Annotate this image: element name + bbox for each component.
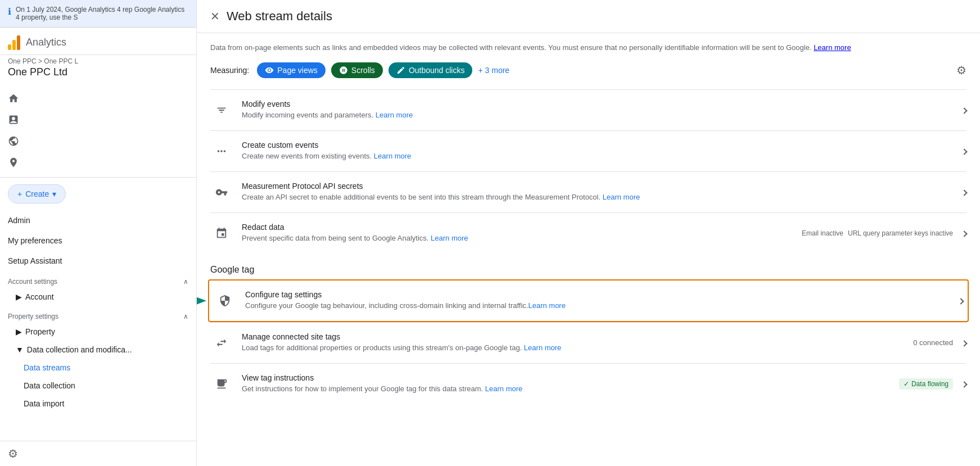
redact-data-content: Redact data Prevent specific data from b…	[242, 223, 793, 243]
more-chips-link[interactable]: + 3 more	[478, 66, 509, 75]
manage-connected-tags-title: Manage connected site tags	[242, 332, 904, 341]
create-custom-events-title: Create custom events	[242, 141, 953, 150]
view-tag-instructions-row[interactable]: View tag instructions Get instructions f…	[210, 363, 967, 404]
create-custom-events-row[interactable]: Create custom events Create new events f…	[210, 130, 967, 171]
logo-bar-2	[12, 40, 16, 50]
description-learn-more-link[interactable]: Learn more	[814, 43, 851, 52]
modify-events-learn-more[interactable]: Learn more	[376, 111, 413, 119]
measurement-protocol-arrow-icon	[962, 186, 967, 198]
svg-point-1	[218, 150, 220, 152]
measuring-gear-button[interactable]: ⚙	[956, 64, 967, 77]
explore-nav-icon[interactable]	[0, 131, 196, 151]
sidebar-item-admin[interactable]: Admin	[0, 210, 196, 230]
create-custom-events-arrow-icon	[962, 145, 967, 157]
info-icon: ℹ	[8, 6, 11, 17]
configure-tag-highlighted-container: Configure tag settings Configure your Go…	[208, 279, 969, 322]
redact-data-row[interactable]: Redact data Prevent specific data from b…	[210, 212, 967, 254]
top-banner: ℹ On 1 July 2024, Google Analytics 4 rep…	[0, 0, 196, 28]
svg-point-2	[224, 150, 226, 152]
view-tag-instructions-arrow-icon	[962, 378, 967, 390]
modify-events-row[interactable]: Modify events Modify incoming events and…	[210, 89, 967, 130]
measurement-protocol-learn-more[interactable]: Learn more	[603, 193, 640, 201]
modify-events-content: Modify events Modify incoming events and…	[242, 99, 953, 120]
advertising-nav-icon[interactable]	[0, 152, 196, 173]
account-settings-section[interactable]: Account settings ∧	[0, 271, 196, 288]
checkmark-icon: ✓	[904, 380, 909, 388]
data-import-label: Data import	[24, 399, 64, 408]
close-button[interactable]: ✕	[210, 10, 220, 23]
property-collapse-icon: ∧	[183, 313, 188, 320]
configure-tag-content: Configure tag settings Configure your Go…	[245, 290, 950, 311]
manage-connected-tags-row[interactable]: Manage connected site tags Load tags for…	[210, 322, 967, 363]
configure-tag-learn-more[interactable]: Learn more	[528, 301, 565, 310]
create-custom-events-learn-more[interactable]: Learn more	[374, 152, 411, 160]
redact-data-desc: Prevent specific data from being sent to…	[242, 233, 793, 243]
connected-count-label: 0 connected	[913, 338, 953, 347]
settings-gear-icon[interactable]: ⚙	[8, 447, 18, 460]
create-custom-events-desc: Create new events from existing events. …	[242, 151, 953, 161]
account-name: One PPC Ltd	[0, 66, 196, 84]
view-tag-instructions-desc: Get instructions for how to implement yo…	[242, 384, 890, 394]
sidebar-menu: Admin My preferences Setup Assistant Acc…	[0, 210, 196, 441]
sidebar-item-data-import[interactable]: Data import	[0, 395, 196, 413]
manage-connected-tags-content: Manage connected site tags Load tags for…	[242, 332, 904, 353]
sidebar-item-data-collection[interactable]: ▼ Data collection and modifica...	[0, 341, 196, 359]
view-tag-instructions-content: View tag instructions Get instructions f…	[242, 373, 890, 394]
chip-scrolls[interactable]: Scrolls	[331, 62, 383, 78]
logo-bar-3	[17, 35, 20, 50]
configure-tag-icon	[214, 289, 236, 312]
measuring-label: Measuring:	[210, 66, 249, 75]
sidebar-header: Analytics	[0, 28, 196, 55]
redact-data-meta: Email inactive URL query parameter keys …	[802, 229, 953, 237]
manage-connected-tags-learn-more[interactable]: Learn more	[524, 343, 561, 352]
chip-page-views[interactable]: Page views	[257, 62, 326, 78]
data-flowing-status-badge: ✓ Data flowing	[899, 378, 953, 390]
email-inactive-label: Email inactive	[802, 229, 843, 237]
manage-connected-tags-desc: Load tags for additional properties or p…	[242, 343, 904, 353]
chip-scrolls-label: Scrolls	[351, 66, 375, 75]
reports-nav-icon[interactable]	[0, 110, 196, 130]
account-settings-label: Account settings	[8, 278, 57, 286]
sidebar-item-data-streams[interactable]: Data streams	[0, 359, 196, 377]
chip-outbound-clicks[interactable]: Outbound clicks	[389, 62, 473, 78]
property-label: Property	[25, 327, 55, 336]
account-nav: One PPC > One PPC L	[0, 55, 196, 66]
sidebar-item-data-collection-sub[interactable]: Data collection	[0, 377, 196, 395]
create-button[interactable]: + Create ▾	[8, 184, 66, 203]
measurement-protocol-icon	[210, 181, 233, 203]
modal-content: Data from on-page elements such as links…	[197, 33, 980, 466]
measurement-protocol-row[interactable]: Measurement Protocol API secrets Create …	[210, 171, 967, 212]
redact-data-learn-more[interactable]: Learn more	[431, 234, 468, 242]
modify-events-desc: Modify incoming events and parameters. L…	[242, 110, 953, 120]
description-text: Data from on-page elements such as links…	[210, 42, 967, 53]
manage-connected-tags-arrow-icon	[962, 337, 967, 349]
admin-label: Admin	[8, 216, 30, 225]
sidebar-item-account[interactable]: ▶ Account	[0, 288, 196, 306]
create-dropdown-icon: ▾	[52, 189, 56, 198]
redact-data-arrow-icon	[962, 227, 967, 239]
property-settings-section[interactable]: Property settings ∧	[0, 306, 196, 323]
create-custom-events-icon	[210, 140, 233, 162]
data-collection-expand-icon: ▼	[16, 345, 24, 354]
create-plus-icon: +	[17, 189, 22, 198]
chip-page-views-label: Page views	[277, 66, 318, 75]
google-tag-section-label: Google tag	[210, 254, 967, 279]
setup-label: Setup Assistant	[8, 256, 62, 265]
chip-outbound-clicks-label: Outbound clicks	[409, 66, 465, 75]
home-nav-icon[interactable]	[0, 88, 196, 108]
sidebar-nav-icons	[0, 84, 196, 178]
sidebar-item-setup[interactable]: Setup Assistant	[0, 251, 196, 271]
view-tag-instructions-learn-more[interactable]: Learn more	[485, 384, 522, 393]
configure-tag-row[interactable]: Configure tag settings Configure your Go…	[209, 280, 968, 321]
modify-events-title: Modify events	[242, 99, 953, 108]
sidebar: ℹ On 1 July 2024, Google Analytics 4 rep…	[0, 0, 197, 466]
sidebar-item-preferences[interactable]: My preferences	[0, 230, 196, 251]
measuring-row: Measuring: Page views Scrolls Outbound c…	[210, 62, 967, 78]
redact-data-title: Redact data	[242, 223, 793, 232]
preferences-label: My preferences	[8, 236, 62, 245]
property-settings-label: Property settings	[8, 313, 58, 320]
modify-events-arrow-icon	[962, 104, 967, 116]
sidebar-item-property[interactable]: ▶ Property	[0, 323, 196, 341]
banner-text: On 1 July 2024, Google Analytics 4 rep G…	[16, 6, 188, 21]
view-tag-instructions-title: View tag instructions	[242, 373, 890, 382]
